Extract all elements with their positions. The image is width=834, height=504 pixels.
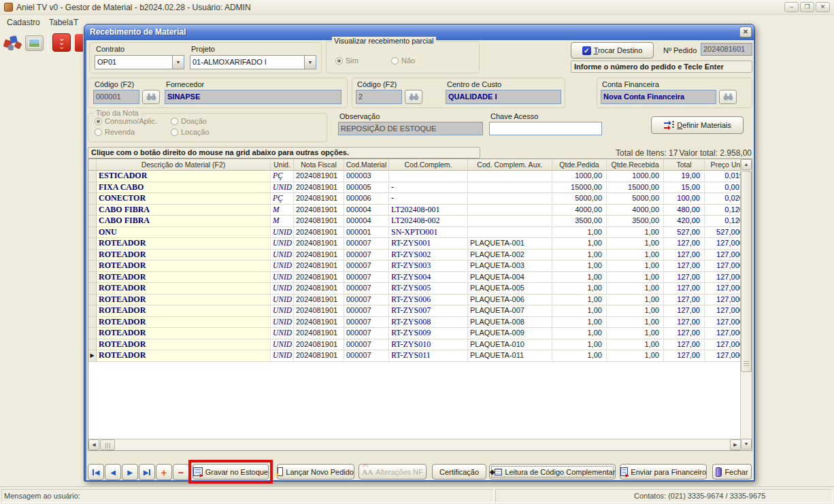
grid-cell[interactable]: 0,0190 xyxy=(705,171,740,182)
grid-cell[interactable]: UNID xyxy=(271,305,294,317)
grid-cell[interactable]: UNID xyxy=(271,238,294,250)
grid-cell[interactable]: RT-ZYS004 xyxy=(389,272,468,284)
dialog-close-icon[interactable]: ✕ xyxy=(739,27,752,37)
grid-cell[interactable]: UNID xyxy=(271,250,294,261)
table-row[interactable]: CONECTORPÇ2024081901000006-5000,005000,0… xyxy=(88,193,740,205)
grid-cell[interactable]: RT-ZYS008 xyxy=(389,317,468,329)
grid-cell[interactable]: 127,00 xyxy=(664,305,705,317)
grid-cell[interactable]: 000003 xyxy=(344,171,389,182)
grid-cell[interactable]: 1,00 xyxy=(607,283,664,295)
grid-cell[interactable]: 1,00 xyxy=(607,339,664,351)
enviar-financeiro-button[interactable]: Enviar para Financeiro xyxy=(620,464,707,480)
grid-cell[interactable]: 127,00 xyxy=(664,283,705,295)
nav-insert-button[interactable]: + xyxy=(156,464,172,480)
nav-delete-button[interactable]: − xyxy=(173,464,189,480)
grid-cell[interactable]: 1,00 xyxy=(607,238,664,250)
table-row[interactable]: ROTEADORUNID2024081901000007RT-ZYS005PLA… xyxy=(88,283,740,295)
logo-puzzle-icon[interactable] xyxy=(3,34,23,53)
fechar-button[interactable]: Fechar xyxy=(712,464,752,480)
grid-cell[interactable]: 1,00 xyxy=(607,317,664,329)
grid-cell[interactable]: 000006 xyxy=(344,193,389,205)
radio-nao[interactable]: Não xyxy=(391,56,415,65)
grid-cell[interactable]: 000004 xyxy=(344,205,389,216)
cc-search-button[interactable] xyxy=(405,90,422,104)
grid-cell[interactable]: 127,0000 xyxy=(705,295,740,306)
fornecedor-codigo-field[interactable]: 000001 xyxy=(93,90,139,104)
leitura-codigo-button[interactable]: ◆ Leitura de Código Complementar xyxy=(489,464,616,480)
radio-doacao[interactable]: Doação xyxy=(171,117,207,125)
radio-sim[interactable]: Sim xyxy=(335,56,358,65)
grid-cell[interactable]: 1,00 xyxy=(552,261,607,272)
grid-cell[interactable]: 0,0010 xyxy=(705,182,740,194)
grid-cell[interactable]: 2024081901 xyxy=(294,182,344,194)
grid-cell[interactable]: 1,00 xyxy=(552,250,607,261)
grid-cell[interactable]: ROTEADOR xyxy=(97,328,271,339)
grid-cell[interactable] xyxy=(468,216,552,227)
table-row[interactable]: ▶ROTEADORUNID2024081901000007RT-ZYS011PL… xyxy=(88,350,740,362)
grid-cell[interactable]: 1000,00 xyxy=(552,171,607,182)
grid-cell[interactable]: 000007 xyxy=(344,272,389,284)
grid-cell[interactable]: 127,0000 xyxy=(705,261,740,272)
grid-cell[interactable]: 127,00 xyxy=(664,339,705,351)
conta-field[interactable]: Nova Conta Financeira xyxy=(601,90,716,104)
grid-cell[interactable] xyxy=(468,227,552,239)
grid-cell[interactable]: LT202408-002 xyxy=(389,216,468,227)
grid-cell[interactable]: - xyxy=(389,182,468,194)
table-row[interactable]: ROTEADORUNID2024081901000007RT-ZYS002PLA… xyxy=(88,250,740,261)
grid-cell[interactable]: 127,0000 xyxy=(705,250,740,261)
grid-cell[interactable]: 2024081901 xyxy=(294,295,344,306)
grid-cell[interactable]: 127,0000 xyxy=(705,350,740,362)
grid-cell[interactable]: 1,00 xyxy=(607,227,664,239)
grid-cell[interactable]: 127,00 xyxy=(664,272,705,284)
grid-cell[interactable]: 127,0000 xyxy=(705,283,740,295)
grid-cell[interactable]: ROTEADOR xyxy=(97,238,271,250)
lancar-pedido-button[interactable]: Lançar Novo Pedido xyxy=(277,464,354,480)
grid-cell[interactable]: 3500,00 xyxy=(552,216,607,227)
vscroll-thumb[interactable] xyxy=(741,171,752,372)
table-row[interactable]: ROTEADORUNID2024081901000007RT-ZYS010PLA… xyxy=(88,339,740,351)
grid-cell[interactable]: UNID xyxy=(271,227,294,239)
grid-cell[interactable]: 2024081901 xyxy=(294,205,344,216)
grid-cell[interactable]: 1,00 xyxy=(552,238,607,250)
grid-cell[interactable]: 1,00 xyxy=(607,261,664,272)
grid-cell[interactable]: RT-ZYS011 xyxy=(389,350,468,362)
table-row[interactable]: ROTEADORUNID2024081901000007RT-ZYS008PLA… xyxy=(88,317,740,329)
grid-cell[interactable]: 1000,00 xyxy=(607,171,664,182)
observacao-field[interactable]: REPOSIÇÃO DE ESTOQUE xyxy=(338,122,483,135)
grid-cell[interactable]: 127,0000 xyxy=(705,238,740,250)
definir-materiais-button[interactable]: Definir Materiais xyxy=(651,116,744,134)
grid-cell[interactable]: 1,00 xyxy=(552,317,607,329)
grid-cell[interactable]: M xyxy=(271,216,294,227)
grid-cell[interactable]: 127,0000 xyxy=(705,328,740,339)
grid-cell[interactable]: 2024081901 xyxy=(294,227,344,239)
contrato-combobox[interactable]: OP01 ▼ xyxy=(95,55,184,69)
table-row[interactable]: ROTEADORUNID2024081901000007RT-ZYS003PLA… xyxy=(88,261,740,272)
grid-cell[interactable]: 0,1200 xyxy=(705,216,740,227)
table-row[interactable]: CABO FIBRAM2024081901000004LT202408-0023… xyxy=(88,216,740,227)
grid-cell[interactable]: PÇ xyxy=(271,171,294,182)
conta-search-button[interactable] xyxy=(719,90,737,104)
grid-cell[interactable]: SN-XPTO001 xyxy=(389,227,468,239)
grid-cell[interactable]: 000007 xyxy=(344,283,389,295)
menu-cadastro[interactable]: Cadastro xyxy=(7,18,40,27)
nav-first-button[interactable]: ◀ xyxy=(88,464,104,480)
grid-cell[interactable]: 1,00 xyxy=(607,305,664,317)
minimize-button[interactable]: – xyxy=(784,2,799,12)
grid-cell[interactable]: FIXA CABO xyxy=(97,182,271,194)
grid-cell[interactable] xyxy=(468,182,552,194)
grid-cell[interactable]: 1,00 xyxy=(552,305,607,317)
grid-cell[interactable]: ESTICADOR xyxy=(97,171,271,182)
grid-cell[interactable]: CONECTOR xyxy=(97,193,271,205)
grid-cell[interactable]: 127,00 xyxy=(664,250,705,261)
nav-next-button[interactable]: ▶ xyxy=(122,464,138,480)
grid-cell[interactable]: 5000,00 xyxy=(552,193,607,205)
restore-button[interactable]: ❐ xyxy=(800,2,814,12)
grid-cell[interactable]: PLAQUETA-011 xyxy=(468,350,552,362)
grid-cell[interactable]: PLAQUETA-001 xyxy=(468,238,552,250)
grid-cell[interactable]: RT-ZYS007 xyxy=(389,305,468,317)
grid-cell[interactable]: ONU xyxy=(97,227,271,239)
grid-cell[interactable]: 2024081901 xyxy=(294,261,344,272)
grid-cell[interactable]: 15000,00 xyxy=(607,182,664,194)
grid-cell[interactable]: 2024081901 xyxy=(294,339,344,351)
grid-cell[interactable]: ROTEADOR xyxy=(97,272,271,284)
